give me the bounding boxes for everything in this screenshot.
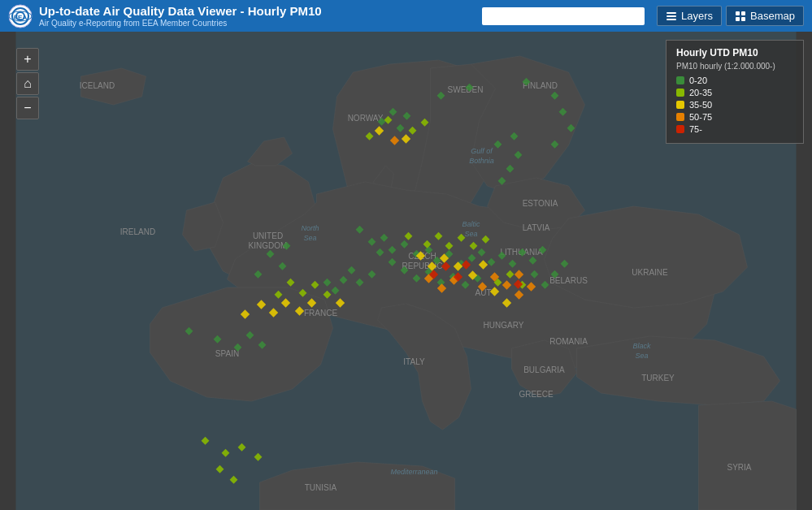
legend-item-4: 50-75 (676, 112, 793, 122)
svg-rect-10 (736, 17, 740, 21)
zoom-controls: + ⌂ − (16, 48, 39, 119)
map-container[interactable]: ICELAND IRELAND UNITED KINGDOM NORWAY SW… (0, 32, 812, 510)
legend-item-3: 35-50 (676, 100, 793, 110)
app-subtitle: Air Quality e-Reporting from EEA Member … (39, 19, 482, 28)
basemap-button[interactable]: Basemap (726, 6, 804, 26)
home-button[interactable]: ⌂ (16, 72, 39, 95)
title-block: Up-to-date Air Quality Data Viewer - Hou… (39, 4, 482, 28)
legend-label-5: 75- (689, 124, 702, 134)
legend-item-2: 20-35 (676, 88, 793, 97)
legend-label-1: 0-20 (689, 76, 707, 85)
legend-item-5: 75- (676, 124, 793, 134)
svg-rect-7 (667, 19, 676, 20)
legend-color-2 (676, 89, 684, 97)
basemap-icon (735, 11, 746, 22)
layers-label: Layers (681, 10, 713, 22)
legend-color-4 (676, 113, 684, 121)
legend-color-3 (676, 101, 684, 109)
legend-color-5 (676, 125, 684, 133)
legend-color-1 (676, 76, 684, 84)
basemap-label: Basemap (750, 10, 795, 22)
svg-text:EEA: EEA (14, 14, 28, 21)
svg-rect-8 (736, 11, 740, 15)
zoom-in-button[interactable]: + (16, 48, 39, 71)
legend-label-3: 35-50 (689, 100, 712, 110)
svg-rect-5 (667, 12, 676, 14)
svg-rect-6 (667, 15, 676, 17)
app-logo: EEA (8, 4, 33, 28)
layers-button[interactable]: Layers (657, 6, 722, 26)
header: EEA Up-to-date Air Quality Data Viewer -… (0, 0, 812, 32)
search-input[interactable] (482, 7, 645, 25)
svg-rect-9 (741, 11, 745, 15)
legend-title: Hourly UTD PM10 (676, 47, 793, 58)
zoom-out-button[interactable]: − (16, 97, 39, 119)
legend-item-1: 0-20 (676, 76, 793, 85)
legend-label-2: 20-35 (689, 88, 712, 97)
legend: Hourly UTD PM10 PM10 hourly (1:2.000.000… (666, 40, 804, 144)
legend-subtitle: PM10 hourly (1:2.000.000-) (676, 62, 793, 71)
legend-label-4: 50-75 (689, 112, 712, 122)
svg-rect-11 (741, 17, 745, 21)
layers-icon (666, 11, 677, 22)
app-title: Up-to-date Air Quality Data Viewer - Hou… (39, 4, 482, 19)
